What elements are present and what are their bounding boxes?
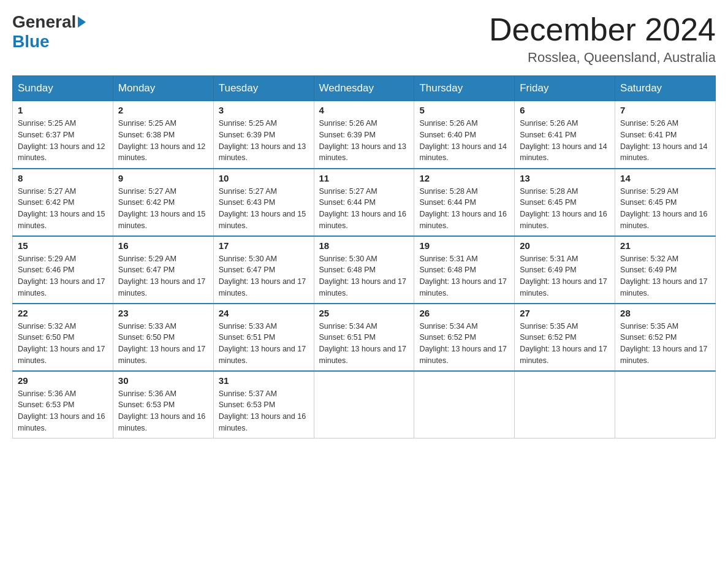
day-info: Sunrise: 5:36 AMSunset: 6:53 PMDaylight:… (118, 389, 205, 432)
table-row: 8 Sunrise: 5:27 AMSunset: 6:42 PMDayligh… (13, 169, 113, 236)
table-row: 12 Sunrise: 5:28 AMSunset: 6:44 PMDaylig… (414, 169, 515, 236)
table-row: 5 Sunrise: 5:26 AMSunset: 6:40 PMDayligh… (414, 101, 515, 169)
day-number: 12 (419, 173, 509, 183)
header-tuesday: Tuesday (213, 76, 314, 101)
day-info: Sunrise: 5:26 AMSunset: 6:39 PMDaylight:… (319, 119, 406, 162)
day-number: 22 (18, 308, 108, 318)
day-number: 25 (319, 308, 409, 318)
table-row: 22 Sunrise: 5:32 AMSunset: 6:50 PMDaylig… (13, 304, 113, 371)
header-thursday: Thursday (414, 76, 515, 101)
day-number: 24 (219, 308, 309, 318)
day-info: Sunrise: 5:28 AMSunset: 6:44 PMDaylight:… (419, 187, 506, 230)
day-number: 2 (118, 105, 208, 115)
day-info: Sunrise: 5:31 AMSunset: 6:49 PMDaylight:… (520, 255, 607, 297)
day-info: Sunrise: 5:32 AMSunset: 6:49 PMDaylight:… (620, 255, 707, 297)
table-row: 30 Sunrise: 5:36 AMSunset: 6:53 PMDaylig… (113, 371, 213, 439)
table-row: 15 Sunrise: 5:29 AMSunset: 6:46 PMDaylig… (13, 236, 113, 304)
day-number: 6 (520, 105, 610, 115)
location-text: Rosslea, Queensland, Australia (489, 50, 716, 66)
day-info: Sunrise: 5:29 AMSunset: 6:47 PMDaylight:… (118, 255, 205, 297)
day-info: Sunrise: 5:32 AMSunset: 6:50 PMDaylight:… (18, 322, 105, 365)
calendar-week-row: 1 Sunrise: 5:25 AMSunset: 6:37 PMDayligh… (13, 101, 716, 169)
header-saturday: Saturday (615, 76, 716, 101)
day-info: Sunrise: 5:27 AMSunset: 6:43 PMDaylight:… (219, 187, 306, 230)
table-row: 27 Sunrise: 5:35 AMSunset: 6:52 PMDaylig… (515, 304, 615, 371)
table-row: 25 Sunrise: 5:34 AMSunset: 6:51 PMDaylig… (314, 304, 414, 371)
day-info: Sunrise: 5:25 AMSunset: 6:38 PMDaylight:… (118, 119, 205, 162)
logo-blue: Blue (12, 32, 50, 52)
day-number: 27 (520, 308, 610, 318)
table-row: 19 Sunrise: 5:31 AMSunset: 6:48 PMDaylig… (414, 236, 515, 304)
day-number: 20 (520, 240, 610, 251)
table-row: 21 Sunrise: 5:32 AMSunset: 6:49 PMDaylig… (615, 236, 716, 304)
logo-general: General (12, 12, 76, 32)
day-number: 31 (219, 375, 309, 386)
table-row (414, 371, 515, 439)
table-row: 11 Sunrise: 5:27 AMSunset: 6:44 PMDaylig… (314, 169, 414, 236)
day-number: 7 (620, 105, 710, 115)
table-row: 6 Sunrise: 5:26 AMSunset: 6:41 PMDayligh… (515, 101, 615, 169)
day-info: Sunrise: 5:26 AMSunset: 6:41 PMDaylight:… (520, 119, 607, 162)
day-info: Sunrise: 5:33 AMSunset: 6:50 PMDaylight:… (118, 322, 205, 365)
day-number: 5 (419, 105, 509, 115)
day-info: Sunrise: 5:35 AMSunset: 6:52 PMDaylight:… (620, 322, 707, 365)
page-header: General Blue December 2024 Rosslea, Quee… (12, 12, 716, 66)
day-info: Sunrise: 5:27 AMSunset: 6:42 PMDaylight:… (118, 187, 205, 230)
day-number: 14 (620, 173, 710, 183)
day-info: Sunrise: 5:25 AMSunset: 6:39 PMDaylight:… (219, 119, 306, 162)
day-number: 9 (118, 173, 208, 183)
table-row: 23 Sunrise: 5:33 AMSunset: 6:50 PMDaylig… (113, 304, 213, 371)
header-wednesday: Wednesday (314, 76, 414, 101)
day-info: Sunrise: 5:37 AMSunset: 6:53 PMDaylight:… (219, 389, 306, 432)
day-number: 29 (18, 375, 108, 386)
table-row: 9 Sunrise: 5:27 AMSunset: 6:42 PMDayligh… (113, 169, 213, 236)
day-info: Sunrise: 5:34 AMSunset: 6:52 PMDaylight:… (419, 322, 506, 365)
table-row: 13 Sunrise: 5:28 AMSunset: 6:45 PMDaylig… (515, 169, 615, 236)
table-row: 20 Sunrise: 5:31 AMSunset: 6:49 PMDaylig… (515, 236, 615, 304)
day-info: Sunrise: 5:33 AMSunset: 6:51 PMDaylight:… (219, 322, 306, 365)
logo-line1: General (12, 12, 88, 32)
table-row: 18 Sunrise: 5:30 AMSunset: 6:48 PMDaylig… (314, 236, 414, 304)
day-info: Sunrise: 5:30 AMSunset: 6:48 PMDaylight:… (319, 255, 406, 297)
calendar-week-row: 29 Sunrise: 5:36 AMSunset: 6:53 PMDaylig… (13, 371, 716, 439)
month-title: December 2024 (489, 12, 716, 47)
day-info: Sunrise: 5:25 AMSunset: 6:37 PMDaylight:… (18, 119, 105, 162)
calendar-header-row: Sunday Monday Tuesday Wednesday Thursday… (13, 76, 716, 101)
table-row: 17 Sunrise: 5:30 AMSunset: 6:47 PMDaylig… (213, 236, 314, 304)
day-info: Sunrise: 5:26 AMSunset: 6:41 PMDaylight:… (620, 119, 707, 162)
table-row: 31 Sunrise: 5:37 AMSunset: 6:53 PMDaylig… (213, 371, 314, 439)
day-number: 11 (319, 173, 409, 183)
calendar-week-row: 22 Sunrise: 5:32 AMSunset: 6:50 PMDaylig… (13, 304, 716, 371)
table-row: 24 Sunrise: 5:33 AMSunset: 6:51 PMDaylig… (213, 304, 314, 371)
day-info: Sunrise: 5:30 AMSunset: 6:47 PMDaylight:… (219, 255, 306, 297)
table-row: 4 Sunrise: 5:26 AMSunset: 6:39 PMDayligh… (314, 101, 414, 169)
day-info: Sunrise: 5:27 AMSunset: 6:42 PMDaylight:… (18, 187, 105, 230)
day-number: 21 (620, 240, 710, 251)
table-row: 1 Sunrise: 5:25 AMSunset: 6:37 PMDayligh… (13, 101, 113, 169)
day-number: 19 (419, 240, 509, 251)
day-info: Sunrise: 5:27 AMSunset: 6:44 PMDaylight:… (319, 187, 406, 230)
day-number: 3 (219, 105, 309, 115)
table-row: 29 Sunrise: 5:36 AMSunset: 6:53 PMDaylig… (13, 371, 113, 439)
day-number: 23 (118, 308, 208, 318)
day-info: Sunrise: 5:28 AMSunset: 6:45 PMDaylight:… (520, 187, 607, 230)
day-number: 10 (219, 173, 309, 183)
day-number: 16 (118, 240, 208, 251)
title-area: December 2024 Rosslea, Queensland, Austr… (489, 12, 716, 66)
calendar-week-row: 8 Sunrise: 5:27 AMSunset: 6:42 PMDayligh… (13, 169, 716, 236)
day-number: 28 (620, 308, 710, 318)
table-row: 7 Sunrise: 5:26 AMSunset: 6:41 PMDayligh… (615, 101, 716, 169)
day-number: 13 (520, 173, 610, 183)
calendar-table: Sunday Monday Tuesday Wednesday Thursday… (12, 75, 716, 439)
table-row: 14 Sunrise: 5:29 AMSunset: 6:45 PMDaylig… (615, 169, 716, 236)
table-row: 3 Sunrise: 5:25 AMSunset: 6:39 PMDayligh… (213, 101, 314, 169)
table-row (314, 371, 414, 439)
table-row (515, 371, 615, 439)
table-row: 28 Sunrise: 5:35 AMSunset: 6:52 PMDaylig… (615, 304, 716, 371)
calendar-week-row: 15 Sunrise: 5:29 AMSunset: 6:46 PMDaylig… (13, 236, 716, 304)
logo-arrow-icon (78, 17, 86, 28)
day-number: 18 (319, 240, 409, 251)
day-number: 15 (18, 240, 108, 251)
header-sunday: Sunday (13, 76, 113, 101)
day-number: 17 (219, 240, 309, 251)
